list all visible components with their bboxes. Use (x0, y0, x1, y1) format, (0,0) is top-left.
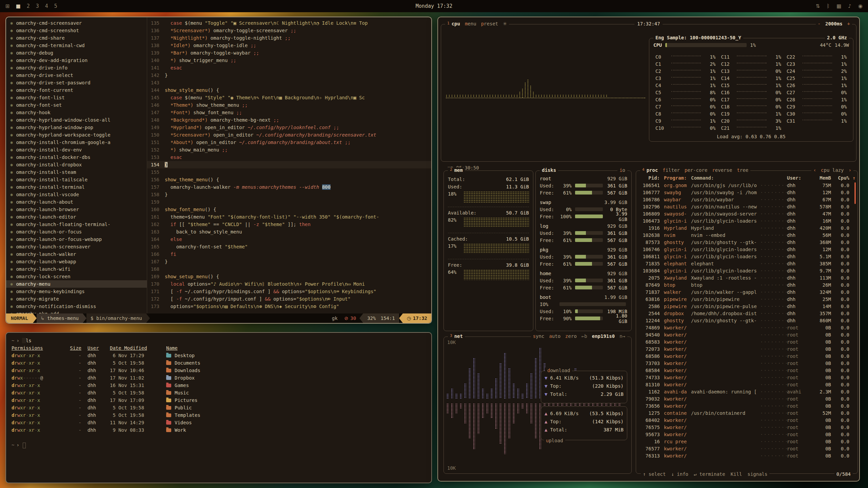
process-row[interactable]: 102796nautilus/usr/bin/nautilus --new···… (639, 203, 855, 210)
code-line[interactable]: 141 esac (147, 64, 431, 72)
code-line[interactable]: 153 esac (147, 154, 431, 161)
file-item[interactable]: ✱omarchy-menu (6, 280, 147, 288)
workspace-3[interactable]: 3 (36, 3, 39, 9)
process-row[interactable]: 12244ghostty/usr/bin/ghostty --gtk-·····… (639, 317, 855, 324)
column-header-program[interactable]: Program: (660, 175, 691, 181)
file-item[interactable]: ✱omarchy-launch-browser (6, 206, 147, 213)
chart-icon[interactable]: ▦ (836, 3, 841, 9)
process-row[interactable]: 106777swaybg/usr/bin/swaybg -i /hom·····… (639, 189, 855, 196)
network-arrows-icon[interactable]: ⇅ (816, 3, 820, 9)
code-line[interactable]: 163 back_to show_style_menu (147, 228, 431, 236)
process-row[interactable]: 87649btopbtop···························… (639, 281, 855, 288)
workspace-1-active[interactable]: ■ (16, 3, 21, 9)
code-line[interactable]: 156show_theme_menu() { (147, 176, 431, 183)
code-line[interactable]: 173 options="$options\n▤ Defaults\n⊛ DNS… (147, 303, 431, 310)
process-row[interactable]: 72073kworker/···························… (639, 345, 855, 352)
directory-entry[interactable]: Dropbox (166, 374, 426, 382)
power-icon[interactable]: ◉ (858, 3, 863, 9)
code-line[interactable]: 166 fi (147, 250, 431, 258)
file-item[interactable]: ✱omarchy-launch-walker (6, 250, 147, 258)
file-item[interactable]: ✱omarchy-notification-dismiss (6, 303, 147, 310)
workspace-2[interactable]: 2 (27, 3, 30, 9)
file-item[interactable]: ✱omarchy-drive-set-password (6, 79, 147, 86)
file-item[interactable]: ✱omarchy-launch-or-focus-webapp (6, 236, 147, 243)
code-line[interactable]: 159 (147, 198, 431, 206)
directory-entry[interactable]: Pictures (166, 396, 426, 404)
footer-action[interactable]: ↑ select (643, 471, 666, 477)
apps-icon[interactable]: ⊞ (5, 3, 10, 9)
file-item[interactable]: ✱omarchy-install-tailscale (6, 176, 147, 183)
process-row[interactable]: 106541org.gnom/usr/bin/gjs /usr/lib/o···… (639, 182, 855, 189)
file-item[interactable]: ✱omarchy-dev-add-migration (6, 57, 147, 64)
code-line[interactable]: 162 if [[ "$theme" == "CNCLD" || -z "$th… (147, 221, 431, 228)
iface-next-button[interactable]: n→ (619, 333, 625, 339)
code-line[interactable]: 151 *About*) open_in_editor ~/.config/om… (147, 139, 431, 146)
process-row[interactable]: 16rcu_pree······························… (639, 438, 855, 445)
workspace-5[interactable]: 5 (54, 3, 57, 9)
process-row[interactable]: 106809swayosd-/usr/bin/swayosd-server···… (639, 210, 855, 217)
file-item[interactable]: ✱omarchy-launch-webapp (6, 258, 147, 265)
net-auto-toggle[interactable]: auto (549, 333, 560, 339)
process-row[interactable]: 68584kworker/···························… (639, 367, 855, 374)
process-row[interactable]: 76313kworker/···························… (639, 452, 855, 459)
interval-decrease-button[interactable]: - (818, 21, 821, 26)
code-line[interactable]: 142} (147, 72, 431, 79)
file-item[interactable]: ✱omarchy-menu-keybindings (6, 288, 147, 295)
terminal-window[interactable]: ~›ls PermissionsSizeUserDate ModifiedNam… (5, 332, 432, 483)
code-line[interactable]: 170 local options="♪ Audio\n◠ Wifi\nᛒ Bl… (147, 280, 431, 288)
code-line[interactable]: 143 (147, 79, 431, 86)
footer-action[interactable]: ↵ terminate (694, 471, 725, 477)
proc-reverse-toggle[interactable]: reverse (712, 167, 732, 173)
file-item[interactable]: ✱omarchy-launch-editor (6, 213, 147, 221)
iface-prev-button[interactable]: ←b (581, 333, 587, 339)
process-row[interactable]: 73656kworker/···························… (639, 402, 855, 409)
process-row[interactable]: 106811glycin-i/usr/lib/glycin-loaders···… (639, 253, 855, 260)
code-line[interactable]: 137 *Nightlight*) omarchy-toggle-nightli… (147, 34, 431, 42)
directory-entry[interactable]: Music (166, 389, 426, 396)
file-item[interactable]: ✱omarchy-hyprland-window-close-all (6, 116, 147, 124)
sort-prev-button[interactable]: ‹ (813, 167, 816, 173)
file-item[interactable]: ✱omarchy-install-dev-env (6, 146, 147, 154)
scroll-up-arrow[interactable]: ↑ (849, 175, 855, 181)
net-zero-toggle[interactable]: zero (565, 333, 577, 339)
file-item[interactable]: ✱omarchy-font-set (6, 101, 147, 109)
process-row[interactable]: 1916HyprlandHyprland····················… (639, 224, 855, 231)
file-item[interactable]: ✱omarchy-hyprland-workspace-toggle (6, 131, 147, 139)
process-row[interactable]: 74869kworker/···························… (639, 324, 855, 331)
file-item[interactable]: ✱omarchy-cmd-screensaver (6, 19, 147, 27)
process-row[interactable]: 81310kworker/···························… (639, 381, 855, 388)
tab-menu[interactable]: menu (465, 21, 476, 26)
file-item[interactable]: ✱omarchy-lock-screen (6, 273, 147, 280)
file-item[interactable]: ✱omarchy-hook (6, 109, 147, 116)
directory-entry[interactable]: Public (166, 404, 426, 411)
column-header-cpu[interactable]: Cpu% (831, 175, 849, 181)
file-item[interactable]: ✱omarchy-hyprland-window-pop (6, 124, 147, 131)
file-item[interactable]: ✱omarchy-launch-floating-terminal- (6, 221, 147, 228)
process-row[interactable]: 1275containe/usr/bin/containerd·········… (639, 409, 855, 416)
directory-entry[interactable]: Work (166, 426, 426, 434)
code-line[interactable]: 161 theme=$(menu "Font" "$(omarchy-font-… (147, 213, 431, 221)
process-row[interactable]: 94540kworker/···························… (639, 331, 855, 338)
directory-entry[interactable]: Games (166, 382, 426, 389)
process-row[interactable]: 106473glycin-i/usr/lib/glycin-loaders···… (639, 217, 855, 224)
column-header-mem[interactable]: MemB (808, 175, 831, 181)
file-item[interactable]: ✱omarchy-migrate (6, 295, 147, 303)
interval-increase-button[interactable]: + (847, 21, 850, 26)
code-line[interactable]: 140 *) show_trigger_menu ;; (147, 57, 431, 64)
io-toggle[interactable]: io (617, 167, 627, 173)
process-row[interactable]: 76575kworker/···························… (639, 424, 855, 431)
code-line[interactable]: 164 else (147, 236, 431, 243)
tab-preset[interactable]: preset (481, 21, 498, 26)
file-item[interactable]: ✱omarchy-cmd-share (6, 34, 147, 42)
directory-entry[interactable]: Documents (166, 359, 426, 367)
process-row[interactable]: 87573ghostty/usr/bin/ghostty --gtk-·····… (639, 239, 855, 246)
footer-action[interactable]: Kill (731, 471, 742, 477)
proc-tree-toggle[interactable]: tree (737, 167, 748, 173)
process-row[interactable]: 79032kworker/···························… (639, 395, 855, 402)
tab-cpu[interactable]: cpu (452, 21, 460, 26)
file-item[interactable]: ✱omarchy-launch-screensaver (6, 243, 147, 250)
file-item[interactable]: ✱omarchy-launch-or-focus (6, 228, 147, 236)
code-line[interactable]: 169show_setup_menu() { (147, 273, 431, 280)
code-line[interactable]: 172 [ -f ~/.config/hypr/input.conf ] && … (147, 295, 431, 303)
process-row[interactable]: 74733kworker/···························… (639, 374, 855, 381)
